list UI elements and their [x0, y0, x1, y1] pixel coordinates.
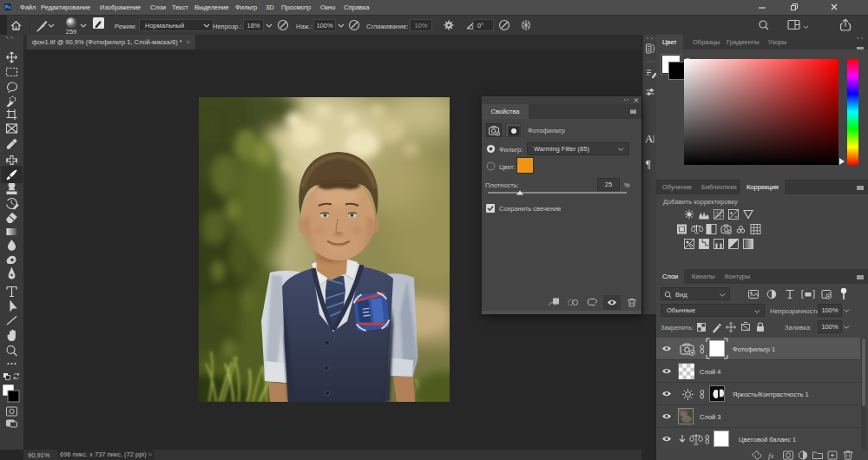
svg-text:|: | — [653, 134, 654, 143]
svg-text:¶: ¶ — [646, 158, 651, 170]
svg-text:fx: fx — [768, 451, 774, 460]
